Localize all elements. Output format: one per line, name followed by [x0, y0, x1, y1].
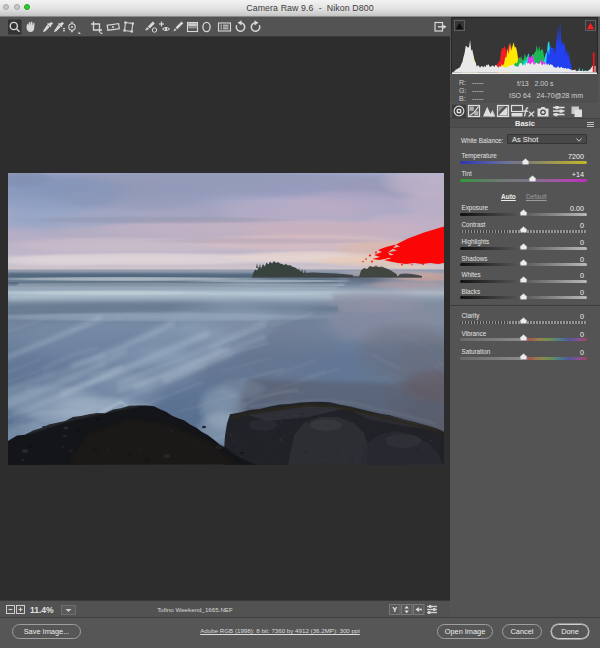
svg-text:Tofino Weekend_1665.NEF: Tofino Weekend_1665.NEF: [157, 606, 233, 613]
svg-text:11.4%: 11.4%: [30, 605, 54, 615]
svg-text:Y: Y: [392, 605, 397, 614]
